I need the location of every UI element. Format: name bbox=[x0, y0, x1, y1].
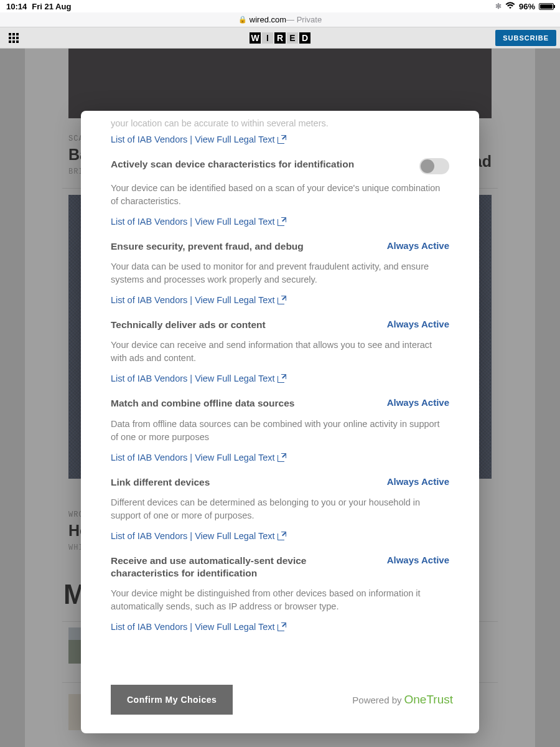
privacy-section: Technically deliver ads or content Alway… bbox=[111, 319, 449, 383]
always-active-label: Always Active bbox=[387, 397, 449, 408]
iab-vendors-link[interactable]: List of IAB Vendors bbox=[111, 134, 187, 144]
always-active-label: Always Active bbox=[387, 476, 449, 487]
site-header: W I R E D SUBSCRIBE bbox=[0, 27, 560, 49]
legal-text-link[interactable]: View Full Legal Text bbox=[195, 531, 274, 541]
iab-vendors-link[interactable]: List of IAB Vendors bbox=[111, 374, 187, 383]
always-active-label: Always Active bbox=[387, 240, 449, 251]
section-title: Technically deliver ads or content bbox=[111, 319, 387, 331]
section-description: Your device might be distinguished from … bbox=[111, 587, 449, 613]
truncated-section-desc: your location can be accurate to within … bbox=[111, 118, 449, 128]
external-link-icon bbox=[278, 296, 286, 304]
external-link-icon bbox=[278, 374, 286, 383]
always-active-label: Always Active bbox=[387, 555, 449, 565]
external-link-icon bbox=[278, 135, 286, 144]
always-active-label: Always Active bbox=[387, 319, 449, 329]
status-bar: 10:14 Fri 21 Aug ✻ 96% bbox=[0, 0, 560, 12]
legal-text-link[interactable]: View Full Legal Text bbox=[195, 217, 274, 227]
legal-text-link[interactable]: View Full Legal Text bbox=[195, 453, 274, 463]
section-title: Receive and use automatically-sent devic… bbox=[111, 555, 387, 580]
iab-vendors-link[interactable]: List of IAB Vendors bbox=[111, 453, 187, 463]
section-title: Actively scan device characteristics for… bbox=[111, 158, 419, 171]
status-time: 10:14 bbox=[6, 2, 27, 11]
legal-text-link[interactable]: View Full Legal Text bbox=[195, 622, 274, 632]
battery-icon bbox=[539, 3, 554, 10]
loading-spinner-icon: ✻ bbox=[495, 2, 502, 11]
confirm-choices-button[interactable]: Confirm My Choices bbox=[111, 685, 233, 715]
wifi-icon bbox=[505, 2, 515, 11]
battery-percent: 96% bbox=[519, 2, 535, 11]
status-date: Fri 21 Aug bbox=[32, 2, 71, 11]
section-description: Your data can be used to monitor for and… bbox=[111, 260, 449, 286]
privacy-preferences-modal: your location can be accurate to within … bbox=[81, 111, 479, 733]
iab-vendors-link[interactable]: List of IAB Vendors bbox=[111, 622, 187, 632]
privacy-section: Receive and use automatically-sent devic… bbox=[111, 555, 449, 632]
wired-logo[interactable]: W I R E D bbox=[250, 32, 310, 44]
legal-text-link[interactable]: View Full Legal Text bbox=[195, 134, 274, 144]
legal-text-link[interactable]: View Full Legal Text bbox=[195, 374, 274, 383]
browser-url-bar[interactable]: 🔒 wired.com — Private bbox=[0, 12, 560, 27]
section-description: Your device can be identified based on a… bbox=[111, 182, 449, 208]
external-link-icon bbox=[278, 217, 286, 226]
section-description: Data from offline data sources can be co… bbox=[111, 418, 449, 444]
privacy-section: Actively scan device characteristics for… bbox=[111, 158, 449, 227]
consent-toggle[interactable] bbox=[419, 158, 449, 174]
iab-vendors-link[interactable]: List of IAB Vendors bbox=[111, 295, 187, 305]
url-host: wired.com bbox=[250, 15, 286, 24]
page-background: SCAMS Ban BRIAN ad WRONG NU How WHITSON … bbox=[0, 49, 560, 747]
powered-by-label: Powered by OneTrust bbox=[352, 693, 453, 707]
section-title: Link different devices bbox=[111, 476, 387, 489]
subscribe-button[interactable]: SUBSCRIBE bbox=[495, 30, 556, 46]
external-link-icon bbox=[278, 622, 286, 631]
privacy-section: Match and combine offline data sources A… bbox=[111, 397, 449, 462]
lock-icon: 🔒 bbox=[238, 16, 247, 24]
section-description: Different devices can be determined as b… bbox=[111, 496, 449, 522]
external-link-icon bbox=[278, 532, 286, 540]
iab-vendors-link[interactable]: List of IAB Vendors bbox=[111, 217, 187, 227]
url-private-label: — Private bbox=[286, 15, 322, 24]
privacy-section: Ensure security, prevent fraud, and debu… bbox=[111, 240, 449, 305]
section-title: Ensure security, prevent fraud, and debu… bbox=[111, 240, 387, 253]
section-description: Your device can receive and send informa… bbox=[111, 339, 449, 365]
menu-grid-icon[interactable] bbox=[9, 33, 19, 43]
iab-vendors-link[interactable]: List of IAB Vendors bbox=[111, 531, 187, 541]
onetrust-logo[interactable]: OneTrust bbox=[404, 693, 454, 707]
external-link-icon bbox=[278, 453, 286, 462]
privacy-section: Link different devices Always Active Dif… bbox=[111, 476, 449, 541]
section-title: Match and combine offline data sources bbox=[111, 397, 387, 410]
legal-text-link[interactable]: View Full Legal Text bbox=[195, 295, 274, 305]
